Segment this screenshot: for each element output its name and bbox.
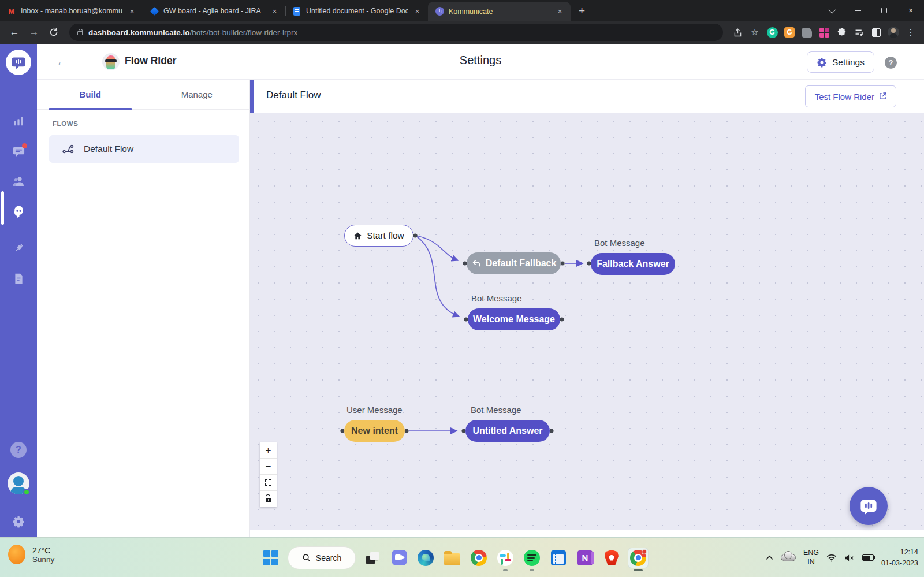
tab-google-docs[interactable]: Untitled document - Google Doc × — [285, 1, 428, 21]
node-start-flow[interactable]: Start flow — [344, 225, 413, 247]
tab-close-icon[interactable]: × — [412, 6, 422, 16]
fit-view-button[interactable] — [260, 475, 277, 491]
node-untitled-answer[interactable]: Untitled Answer — [465, 420, 550, 442]
tab-build[interactable]: Build — [37, 80, 144, 109]
node-label: Start flow — [367, 230, 404, 241]
extensions-puzzle-icon[interactable] — [834, 25, 849, 40]
taskbar-center: Search N — [261, 538, 648, 577]
start-button[interactable] — [261, 548, 281, 568]
orange-extension-icon[interactable]: G — [782, 25, 797, 40]
node-welcome-message[interactable]: Welcome Message — [468, 308, 560, 330]
url-domain: dashboard.kommunicate.io — [88, 28, 190, 37]
share-icon[interactable] — [730, 25, 745, 40]
onenote-app-button[interactable]: N — [575, 548, 595, 568]
forward-icon[interactable]: → — [25, 24, 43, 41]
canvas-zoom-controls: + − — [260, 442, 277, 507]
grammarly-extension-icon[interactable]: G — [765, 25, 780, 40]
address-bar[interactable]: dashboard.kommunicate.io/bots/bot-builde… — [69, 24, 723, 41]
port-start-out[interactable] — [413, 233, 417, 237]
running-indicator — [530, 569, 534, 571]
tab-search-icon[interactable] — [818, 0, 844, 21]
slack-app-button[interactable] — [495, 548, 515, 568]
edge-app-button[interactable] — [416, 548, 435, 568]
maximize-button[interactable] — [871, 0, 897, 21]
flow-canvas[interactable]: Start flow Bot Message Default Fallback … — [250, 113, 924, 530]
task-view-button[interactable] — [363, 548, 382, 568]
zoom-out-button[interactable]: − — [260, 459, 277, 475]
teams-app-button[interactable] — [389, 548, 409, 568]
onedrive-cloud-icon[interactable] — [781, 554, 796, 561]
tab-close-icon[interactable]: × — [127, 6, 137, 16]
settings-button[interactable]: Settings — [807, 51, 874, 73]
lock-button[interactable] — [260, 491, 277, 507]
flows-panel: Build Manage FLOWS Default Flow — [37, 80, 250, 537]
spotify-app-button[interactable] — [522, 548, 542, 568]
bookmark-star-icon[interactable]: ☆ — [747, 25, 762, 40]
node-fallback-answer[interactable]: Fallback Answer — [591, 253, 675, 275]
test-flow-rider-button[interactable]: Test Flow Rider — [805, 85, 896, 107]
chrome-app-button[interactable] — [469, 548, 489, 568]
close-button[interactable]: × — [897, 0, 924, 21]
reading-mode-icon[interactable] — [869, 25, 884, 40]
tab-manage[interactable]: Manage — [144, 80, 251, 109]
fit-view-icon — [265, 479, 271, 486]
canvas-flow-title: Default Flow — [266, 90, 321, 101]
slack-icon — [497, 550, 513, 566]
sidebar-item-settings[interactable] — [0, 509, 37, 534]
integration-plug-icon — [12, 242, 25, 255]
file-explorer-button[interactable] — [442, 548, 462, 568]
sidebar-item-campaigns[interactable] — [0, 266, 37, 291]
sidebar-item-analytics[interactable] — [0, 109, 37, 134]
sidebar-item-users[interactable] — [0, 169, 37, 194]
chrome-active-app-button[interactable] — [628, 548, 648, 568]
tab-close-icon[interactable]: × — [555, 6, 565, 16]
back-icon[interactable]: ← — [6, 24, 23, 41]
node-type-label: User Message — [346, 405, 403, 415]
pink-extension-icon[interactable] — [817, 25, 832, 40]
chat-widget-button[interactable] — [850, 487, 888, 525]
flow-list-item-default-flow[interactable]: Default Flow — [49, 135, 239, 163]
tab-jira[interactable]: GW board - Agile board - JIRA × — [143, 1, 285, 21]
sidebar-item-conversations[interactable] — [0, 139, 37, 164]
language-indicator[interactable]: ENG IN — [803, 549, 819, 567]
new-tab-button[interactable]: + — [579, 5, 585, 17]
brave-app-button[interactable] — [602, 548, 621, 568]
battery-icon[interactable] — [862, 554, 874, 561]
taskbar-search[interactable]: Search — [288, 546, 356, 569]
reload-icon[interactable] — [45, 24, 62, 41]
node-type-label: Bot Message — [594, 238, 645, 248]
profile-avatar-icon[interactable] — [886, 25, 901, 40]
help-circle-icon[interactable]: ? — [885, 57, 897, 69]
sidebar-item-integrations[interactable] — [0, 236, 37, 261]
port-untitled-out[interactable] — [549, 429, 553, 433]
node-new-intent[interactable]: New intent — [344, 420, 405, 442]
port-fallback-out[interactable] — [560, 261, 564, 265]
settings-button-label: Settings — [832, 57, 865, 68]
port-intent-out[interactable] — [404, 429, 408, 433]
tab-gmail[interactable]: M Inbox - manab.boruah@kommun × — [0, 1, 143, 21]
help-icon[interactable]: ? — [10, 442, 27, 458]
browser-menu-icon[interactable]: ⋮ — [903, 25, 918, 40]
port-welcome-out[interactable] — [560, 317, 564, 321]
node-default-fallback[interactable]: Default Fallback — [467, 252, 561, 274]
taskbar-clock[interactable]: 12:14 01-03-2023 — [881, 547, 918, 568]
playlist-icon[interactable] — [851, 25, 866, 40]
windows-taskbar: 27°C Sunny Search — [0, 537, 924, 577]
minimize-button[interactable] — [844, 0, 871, 21]
volume-muted-icon[interactable] — [844, 554, 855, 562]
bar-chart-icon — [12, 115, 25, 128]
flow-branch-icon — [62, 143, 74, 155]
gray-extension-icon[interactable] — [799, 25, 814, 40]
tray-chevron-icon[interactable] — [766, 555, 773, 560]
calendar-app-button[interactable] — [549, 548, 568, 568]
node-type-label: Bot Message — [471, 405, 521, 415]
tab-close-icon[interactable]: × — [270, 6, 280, 16]
wifi-icon[interactable] — [826, 554, 837, 562]
zoom-in-button[interactable]: + — [260, 442, 277, 459]
online-status-dot — [23, 489, 30, 496]
kommunicate-logo[interactable] — [6, 50, 31, 75]
flow-connectors — [250, 113, 924, 530]
tab-kommunicate-active[interactable]: Kommunicate × — [428, 2, 571, 21]
weather-widget[interactable]: 27°C Sunny — [8, 545, 54, 564]
sidebar-item-bot-builder[interactable] — [0, 199, 37, 224]
